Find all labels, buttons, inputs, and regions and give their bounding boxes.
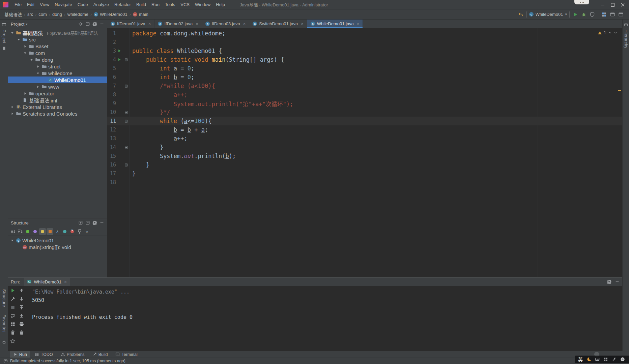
editor-tab[interactable]: cSwitchDemo01.java× — [249, 20, 307, 28]
run-tab[interactable]: WhileDemo01 × — [24, 278, 69, 286]
bottom-tab-problems[interactable]: Problems — [58, 351, 88, 358]
settings-icon[interactable] — [92, 22, 97, 26]
maximize-button[interactable] — [607, 0, 618, 9]
breadcrumb-item[interactable]: cWhileDemo01 — [93, 12, 128, 17]
close-tab-icon[interactable]: × — [196, 21, 198, 26]
run-config-selector[interactable]: cWhileDemo01▾ — [526, 11, 570, 18]
code-line[interactable]: 15 System.out.println(b); — [107, 152, 622, 160]
run-icon[interactable] — [573, 12, 578, 17]
project-tool-icon[interactable] — [2, 22, 6, 27]
breadcrumb-item[interactable]: dong — [51, 12, 63, 17]
menu-run[interactable]: Run — [149, 0, 162, 9]
close-icon[interactable]: × — [64, 279, 67, 284]
chevron-down-icon[interactable] — [17, 37, 21, 42]
project-tree-item[interactable]: src — [8, 36, 107, 43]
keyboard-icon[interactable] — [595, 357, 600, 362]
settings-icon[interactable] — [92, 220, 97, 225]
settings-icon[interactable] — [607, 279, 611, 284]
rerun-icon[interactable] — [10, 288, 16, 293]
show-inherited-icon[interactable] — [47, 228, 53, 235]
project-tree-item[interactable]: Scratches and Consoles — [8, 110, 107, 117]
chevron-right-icon[interactable] — [10, 105, 15, 109]
project-tree-item[interactable]: cWhileDemo01 — [8, 77, 107, 83]
locate-icon[interactable] — [78, 22, 83, 26]
bookmark-icon[interactable] — [2, 46, 6, 51]
logo-icon[interactable] — [620, 357, 625, 362]
project-tree-item[interactable]: operator — [8, 90, 107, 97]
bottom-tab-build[interactable]: Build — [89, 351, 111, 358]
menu-code[interactable]: Code — [75, 0, 91, 9]
down-icon[interactable] — [19, 296, 24, 302]
chevron-down-icon[interactable]: ▾ — [26, 22, 27, 26]
project-tree-item[interactable]: 基础语法.iml — [8, 97, 107, 103]
project-tree-item[interactable]: struct — [8, 63, 107, 70]
run-gutter-icon[interactable] — [117, 49, 121, 53]
trash-icon[interactable] — [10, 330, 16, 335]
tool-button-project[interactable]: Project — [2, 30, 6, 43]
inspections-widget[interactable]: 1 — [598, 30, 618, 35]
code-line[interactable]: 1package com.dong.whiledome; — [107, 29, 622, 38]
editor-tab[interactable]: cIfDemo01.java× — [107, 20, 154, 28]
run-gutter-icon[interactable] — [117, 58, 121, 62]
code-line[interactable]: 6 int b = 0; — [107, 73, 622, 82]
stop-icon[interactable] — [10, 305, 16, 310]
wrench-icon[interactable] — [612, 357, 617, 362]
revert-icon[interactable] — [518, 12, 523, 17]
menu-tools[interactable]: Tools — [162, 0, 178, 9]
menu-window[interactable]: Window — [192, 0, 213, 9]
close-tab-icon[interactable]: × — [243, 21, 246, 26]
chevron-down-icon[interactable] — [10, 238, 15, 243]
show-lambdas-icon[interactable]: λ — [54, 228, 61, 235]
tool-window-icon[interactable] — [624, 23, 628, 27]
chevron-down-icon[interactable] — [36, 71, 40, 75]
show-fields-icon[interactable] — [24, 228, 31, 235]
tool-button-structure[interactable]: Structure — [2, 289, 6, 307]
menu-help[interactable]: Help — [213, 0, 228, 9]
code-line[interactable]: 2 — [107, 38, 622, 47]
print-icon[interactable] — [19, 322, 24, 327]
pin-icon[interactable] — [76, 228, 83, 235]
editor-tab[interactable]: cIfDemo02.java× — [154, 20, 202, 28]
grid-icon[interactable] — [603, 357, 608, 362]
show-non-public-icon[interactable] — [32, 228, 38, 235]
up-icon[interactable] — [19, 288, 24, 293]
code-line[interactable]: 13 a++; — [107, 134, 622, 143]
ime-language-indicator[interactable]: 英 — [578, 356, 583, 363]
close-tab-icon[interactable]: × — [301, 21, 304, 26]
project-tree-item[interactable]: External Libraries — [8, 103, 107, 110]
chevron-right-icon[interactable] — [23, 44, 27, 49]
code-line[interactable]: 8 a++; — [107, 90, 622, 99]
project-structure-icon[interactable] — [601, 12, 607, 17]
next-warning-icon[interactable] — [613, 31, 618, 35]
chevron-down-icon[interactable] — [29, 58, 34, 62]
code-line[interactable]: 16 } — [107, 160, 622, 169]
chevron-down-icon[interactable] — [23, 51, 27, 55]
project-tree-item[interactable]: whiledome — [8, 70, 107, 77]
project-tree-item[interactable]: www — [8, 83, 107, 90]
code-line[interactable]: 4 public static void main(String[] args)… — [107, 55, 622, 64]
breadcrumb-item[interactable]: src — [26, 12, 34, 17]
menu-analyze[interactable]: Analyze — [91, 0, 112, 9]
code-line[interactable]: 7 /*while (a<100){ — [107, 82, 622, 90]
breadcrumb-item[interactable]: whiledome — [66, 12, 89, 17]
debug-icon[interactable] — [581, 12, 587, 17]
hide-icon[interactable] — [615, 279, 620, 284]
code-editor[interactable]: 1 1package com.dong.whiledome;23public c… — [107, 28, 622, 277]
hide-icon[interactable] — [99, 22, 104, 26]
menu-edit[interactable]: Edit — [24, 0, 37, 9]
close-tab-icon[interactable]: × — [148, 21, 151, 26]
menu-refactor[interactable]: Refactor — [112, 0, 134, 9]
editor-tab[interactable]: cWhileDemo01.java× — [307, 20, 363, 28]
filter-non-public-icon[interactable] — [69, 228, 76, 235]
window-icon[interactable] — [610, 12, 615, 17]
fold-marker-icon[interactable] — [125, 111, 128, 114]
menu-navigate[interactable]: Navigate — [52, 0, 75, 9]
event-log-icon[interactable] — [3, 359, 8, 363]
menu-file[interactable]: File — [12, 0, 24, 9]
chevron-down-icon[interactable] — [10, 31, 15, 35]
chevron-right-icon[interactable] — [23, 91, 27, 96]
menu-vcs[interactable]: VCS — [178, 0, 192, 9]
project-tree-item[interactable]: 基础语法F:\java\Java基础\基础语法 — [8, 29, 107, 36]
bottom-tab-terminal[interactable]: Terminal — [112, 351, 140, 358]
close-button[interactable] — [618, 0, 628, 9]
